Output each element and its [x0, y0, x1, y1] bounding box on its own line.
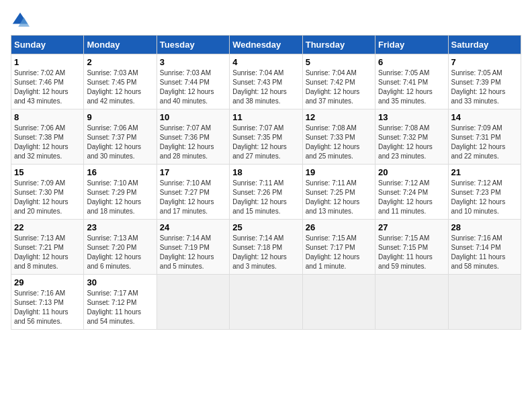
calendar-cell	[230, 275, 302, 330]
calendar-cell: 18Sunrise: 7:11 AMSunset: 7:26 PMDayligh…	[230, 165, 302, 220]
calendar-cell: 8Sunrise: 7:06 AMSunset: 7:38 PMDaylight…	[11, 109, 84, 165]
day-detail: Sunrise: 7:11 AMSunset: 7:26 PMDaylight:…	[232, 179, 299, 216]
day-detail: Sunrise: 7:10 AMSunset: 7:29 PMDaylight:…	[87, 179, 153, 216]
calendar-cell: 27Sunrise: 7:15 AMSunset: 7:15 PMDayligh…	[375, 220, 448, 275]
day-detail: Sunrise: 7:12 AMSunset: 7:24 PMDaylight:…	[378, 179, 445, 216]
day-number: 4	[232, 57, 299, 67]
calendar-cell: 11Sunrise: 7:07 AMSunset: 7:35 PMDayligh…	[230, 109, 302, 165]
day-number: 22	[14, 222, 81, 232]
day-detail: Sunrise: 7:07 AMSunset: 7:35 PMDaylight:…	[232, 124, 299, 161]
day-header-thursday: Thursday	[302, 36, 375, 54]
calendar-cell: 12Sunrise: 7:08 AMSunset: 7:33 PMDayligh…	[302, 109, 375, 165]
header	[11, 11, 521, 30]
calendar-cell: 5Sunrise: 7:04 AMSunset: 7:42 PMDaylight…	[302, 54, 375, 109]
calendar-week-row: 1Sunrise: 7:02 AMSunset: 7:46 PMDaylight…	[11, 54, 521, 109]
day-header-wednesday: Wednesday	[230, 36, 302, 54]
calendar-cell: 16Sunrise: 7:10 AMSunset: 7:29 PMDayligh…	[84, 165, 157, 220]
calendar-cell: 26Sunrise: 7:15 AMSunset: 7:17 PMDayligh…	[302, 220, 375, 275]
day-number: 23	[87, 222, 153, 232]
day-number: 10	[160, 112, 226, 122]
day-detail: Sunrise: 7:14 AMSunset: 7:18 PMDaylight:…	[232, 234, 299, 271]
calendar-cell: 17Sunrise: 7:10 AMSunset: 7:27 PMDayligh…	[157, 165, 229, 220]
calendar-cell	[448, 275, 521, 330]
day-number: 13	[378, 112, 445, 122]
calendar-week-row: 22Sunrise: 7:13 AMSunset: 7:21 PMDayligh…	[11, 220, 521, 275]
day-number: 7	[451, 57, 518, 67]
calendar-week-row: 8Sunrise: 7:06 AMSunset: 7:38 PMDaylight…	[11, 109, 521, 165]
calendar-cell: 14Sunrise: 7:09 AMSunset: 7:31 PMDayligh…	[448, 109, 521, 165]
day-detail: Sunrise: 7:05 AMSunset: 7:41 PMDaylight:…	[378, 68, 445, 106]
calendar-cell: 24Sunrise: 7:14 AMSunset: 7:19 PMDayligh…	[157, 220, 229, 275]
day-number: 19	[306, 167, 372, 177]
logo-icon	[11, 11, 30, 30]
calendar-body: 1Sunrise: 7:02 AMSunset: 7:46 PMDaylight…	[11, 54, 521, 330]
calendar-cell: 28Sunrise: 7:16 AMSunset: 7:14 PMDayligh…	[448, 220, 521, 275]
day-detail: Sunrise: 7:09 AMSunset: 7:31 PMDaylight:…	[451, 124, 518, 161]
day-number: 8	[14, 112, 81, 122]
calendar-cell: 22Sunrise: 7:13 AMSunset: 7:21 PMDayligh…	[11, 220, 84, 275]
day-number: 15	[14, 167, 81, 177]
calendar-cell: 6Sunrise: 7:05 AMSunset: 7:41 PMDaylight…	[375, 54, 448, 109]
calendar-cell: 23Sunrise: 7:13 AMSunset: 7:20 PMDayligh…	[84, 220, 157, 275]
day-number: 3	[160, 57, 226, 67]
day-number: 16	[87, 167, 153, 177]
day-number: 12	[306, 112, 372, 122]
day-detail: Sunrise: 7:16 AMSunset: 7:13 PMDaylight:…	[14, 289, 81, 326]
day-number: 17	[160, 167, 226, 177]
day-detail: Sunrise: 7:10 AMSunset: 7:27 PMDaylight:…	[160, 179, 226, 216]
calendar-cell: 7Sunrise: 7:05 AMSunset: 7:39 PMDaylight…	[448, 54, 521, 109]
day-detail: Sunrise: 7:13 AMSunset: 7:20 PMDaylight:…	[87, 234, 153, 271]
day-detail: Sunrise: 7:05 AMSunset: 7:39 PMDaylight:…	[451, 68, 518, 106]
calendar-cell	[375, 275, 448, 330]
day-detail: Sunrise: 7:11 AMSunset: 7:25 PMDaylight:…	[306, 179, 372, 216]
day-detail: Sunrise: 7:06 AMSunset: 7:37 PMDaylight:…	[87, 124, 153, 161]
calendar-cell: 30Sunrise: 7:17 AMSunset: 7:12 PMDayligh…	[84, 275, 157, 330]
calendar-cell: 29Sunrise: 7:16 AMSunset: 7:13 PMDayligh…	[11, 275, 84, 330]
day-number: 26	[306, 222, 372, 232]
day-detail: Sunrise: 7:08 AMSunset: 7:33 PMDaylight:…	[306, 124, 372, 161]
day-detail: Sunrise: 7:09 AMSunset: 7:30 PMDaylight:…	[14, 179, 81, 216]
calendar-cell: 10Sunrise: 7:07 AMSunset: 7:36 PMDayligh…	[157, 109, 229, 165]
calendar-cell	[302, 275, 375, 330]
day-number: 28	[451, 222, 518, 232]
calendar-cell: 20Sunrise: 7:12 AMSunset: 7:24 PMDayligh…	[375, 165, 448, 220]
calendar-week-row: 15Sunrise: 7:09 AMSunset: 7:30 PMDayligh…	[11, 165, 521, 220]
day-detail: Sunrise: 7:16 AMSunset: 7:14 PMDaylight:…	[451, 234, 518, 271]
day-detail: Sunrise: 7:17 AMSunset: 7:12 PMDaylight:…	[87, 289, 153, 326]
day-number: 2	[87, 57, 153, 67]
day-detail: Sunrise: 7:13 AMSunset: 7:21 PMDaylight:…	[14, 234, 81, 271]
calendar-cell: 1Sunrise: 7:02 AMSunset: 7:46 PMDaylight…	[11, 54, 84, 109]
day-number: 14	[451, 112, 518, 122]
calendar-cell: 13Sunrise: 7:08 AMSunset: 7:32 PMDayligh…	[375, 109, 448, 165]
day-number: 1	[14, 57, 81, 67]
calendar-header-row: SundayMondayTuesdayWednesdayThursdayFrid…	[11, 36, 521, 54]
calendar-cell: 21Sunrise: 7:12 AMSunset: 7:23 PMDayligh…	[448, 165, 521, 220]
day-number: 11	[232, 112, 299, 122]
day-number: 24	[160, 222, 226, 232]
day-number: 25	[232, 222, 299, 232]
day-detail: Sunrise: 7:07 AMSunset: 7:36 PMDaylight:…	[160, 124, 226, 161]
calendar-cell: 15Sunrise: 7:09 AMSunset: 7:30 PMDayligh…	[11, 165, 84, 220]
calendar-cell	[157, 275, 229, 330]
day-header-sunday: Sunday	[11, 36, 84, 54]
day-header-tuesday: Tuesday	[157, 36, 229, 54]
day-number: 21	[451, 167, 518, 177]
day-number: 6	[378, 57, 445, 67]
day-header-saturday: Saturday	[448, 36, 521, 54]
calendar-cell: 4Sunrise: 7:04 AMSunset: 7:43 PMDaylight…	[230, 54, 302, 109]
day-number: 20	[378, 167, 445, 177]
day-detail: Sunrise: 7:02 AMSunset: 7:46 PMDaylight:…	[14, 68, 81, 106]
day-header-friday: Friday	[375, 36, 448, 54]
day-number: 5	[306, 57, 372, 67]
day-number: 9	[87, 112, 153, 122]
calendar-cell: 9Sunrise: 7:06 AMSunset: 7:37 PMDaylight…	[84, 109, 157, 165]
calendar-cell: 2Sunrise: 7:03 AMSunset: 7:45 PMDaylight…	[84, 54, 157, 109]
day-number: 29	[14, 277, 81, 287]
day-number: 27	[378, 222, 445, 232]
day-detail: Sunrise: 7:15 AMSunset: 7:17 PMDaylight:…	[306, 234, 372, 271]
day-detail: Sunrise: 7:12 AMSunset: 7:23 PMDaylight:…	[451, 179, 518, 216]
day-detail: Sunrise: 7:14 AMSunset: 7:19 PMDaylight:…	[160, 234, 226, 271]
day-detail: Sunrise: 7:15 AMSunset: 7:15 PMDaylight:…	[378, 234, 445, 271]
calendar-cell: 19Sunrise: 7:11 AMSunset: 7:25 PMDayligh…	[302, 165, 375, 220]
calendar-cell: 25Sunrise: 7:14 AMSunset: 7:18 PMDayligh…	[230, 220, 302, 275]
